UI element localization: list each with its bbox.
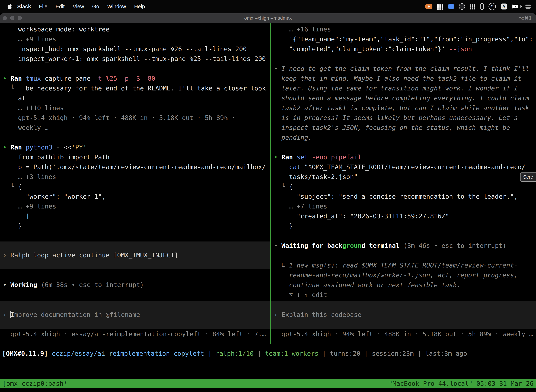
prompt-band[interactable]: › Explain this codebase (271, 301, 536, 329)
text-segment: gpt-5.4 xhigh · essay/ai-reimplementatio… (3, 330, 266, 338)
battery-percentage-icon[interactable]: 61 (488, 3, 496, 10)
menu-window[interactable]: Window (103, 4, 130, 9)
menu-view[interactable]: View (69, 4, 88, 9)
text-segment: › (3, 252, 10, 259)
text-segment: • (274, 242, 278, 249)
text-segment: Ran (281, 154, 293, 161)
text-segment (278, 242, 282, 249)
terminal-line: weekly … (3, 123, 270, 133)
terminal-line (274, 251, 536, 261)
text-segment: I need to get the claim token from the c… (281, 65, 529, 72)
left-pane[interactable]: workspace_mode: worktree … +9 lines insp… (0, 23, 270, 344)
text-segment: • (3, 144, 7, 151)
terminal-line: • Ran set -euo pipefail (274, 152, 536, 162)
terminal-line: • I need to get the claim token from the… (274, 64, 536, 74)
terminal-line: at (3, 93, 270, 103)
tmux-host-clock: "MacBook-Pro-44.local" 05:03 31-Mar-26 (389, 380, 534, 387)
text-segment: '{"team_name":"my-team","task_id":"1","f… (274, 36, 533, 43)
terminal-line: '{"team_name":"my-team","task_id":"1","f… (274, 34, 536, 44)
right-pane[interactable]: … +16 lines '{"team_name":"my-team","tas… (271, 23, 536, 344)
terminal-line: continue assigned work or next feasible … (274, 280, 536, 290)
terminal-line: ⌥ + ↑ edit (274, 290, 536, 300)
text-segment: } (274, 222, 293, 229)
text-segment: - << (53, 144, 72, 151)
text-segment: last:3m ago (425, 350, 467, 357)
terminal-line: should send a message before completing … (274, 93, 536, 103)
text-segment: pending. (274, 134, 312, 141)
text-segment: { (18, 183, 22, 190)
terminal-line: ↳ 1 new msg(s): read $OMX_TEAM_STATE_ROO… (274, 261, 536, 270)
browser-icon[interactable] (459, 3, 465, 10)
battery-icon[interactable] (512, 4, 521, 9)
text-segment (7, 281, 10, 288)
charging-bolt-icon (515, 5, 517, 8)
terminal-line: • Waiting for background terminal (3m 46… (274, 241, 536, 251)
text-segment: at (3, 94, 26, 102)
text-segment: | (318, 350, 330, 357)
stats-icon[interactable] (480, 3, 483, 10)
terminal-line: "completed","claim_token":"claim-token"}… (274, 44, 536, 54)
menu-edit[interactable]: Edit (52, 4, 69, 9)
terminal-line: … +110 lines (3, 103, 270, 113)
menu-help[interactable]: Help (130, 4, 149, 9)
text-segment: Working (10, 281, 37, 288)
screen: Slack FileEditViewGoWindowHelp 61 A omx (0, 0, 536, 392)
terminal-line: cat "$OMX_TEAM_STATE_ROOT/team/review-cu… (274, 162, 536, 172)
dots-grid-icon[interactable] (470, 5, 475, 9)
control-center-icon[interactable] (526, 5, 531, 9)
terminal-line: later. Using the same for transition mig… (274, 84, 536, 93)
input-source-icon[interactable]: A (501, 4, 507, 9)
spacer (3, 290, 270, 301)
app-menu-slack[interactable]: Slack (13, 4, 35, 9)
terminal-line: inspect_hud: omx sparkshell --tmux-pane … (3, 44, 270, 54)
text-segment: keep that in mind. Maybe I also need the… (274, 75, 522, 82)
text-segment (22, 144, 26, 151)
text-segment: … +9 lines (3, 36, 56, 43)
spacer (3, 231, 270, 242)
text-segment: should send a message before completing … (274, 94, 529, 102)
tmux-panes: workspace_mode: worktree … +9 lines insp… (0, 23, 536, 344)
text-segment: --json (449, 45, 472, 52)
tmux-status-bar: [omx-cczip0:bash* "MacBook-Pro-44.local"… (0, 379, 536, 388)
screen-popover[interactable]: Scre (520, 173, 536, 182)
text-segment: mprove documentation in @filename (14, 311, 140, 318)
text-segment: p = Path('.omx/state/team/review-current… (3, 163, 266, 171)
text-segment (22, 75, 26, 82)
terminal-line: task2 after task1 is complete, but can I… (274, 103, 536, 113)
text-segment: └ (3, 183, 18, 190)
text-segment: inspect_worker-1: omx sparkshell --tmux-… (3, 55, 266, 62)
spacer (274, 300, 536, 301)
raycast-icon[interactable] (448, 4, 454, 9)
terminal-line: … +7 lines (274, 201, 536, 211)
grid-icon[interactable] (437, 4, 443, 9)
text-segment: | (254, 350, 265, 357)
text-segment: └ (274, 183, 289, 190)
text-segment: from pathlib import Path (3, 154, 110, 161)
terminal-line: p = Path('.omx/state/team/review-current… (3, 162, 270, 172)
text-segment: … +16 lines (274, 26, 331, 33)
text-segment: Ran (10, 144, 22, 151)
text-segment: workspace_mode: worktree (3, 26, 110, 33)
terminal-line: tasks/task-2.json" (274, 172, 536, 182)
terminal-line: • Working (6m 38s • esc to interrupt) (3, 280, 270, 290)
terminal-line: } (274, 221, 536, 231)
text-segment: Explain this codebase (281, 311, 361, 318)
text-segment: (3m 46s • esc to interrupt) (403, 242, 506, 249)
terminal-line (3, 133, 270, 142)
menu-go[interactable]: Go (88, 4, 103, 9)
text-segment: python3 (26, 144, 53, 151)
prompt-band[interactable]: › Improve documentation in @filename (0, 301, 270, 329)
screen-recording-indicator[interactable] (425, 4, 432, 9)
text-segment (400, 242, 403, 249)
prompt-band[interactable]: › Ralph loop active continue [OMX_TMUX_I… (0, 242, 270, 269)
apple-menu[interactable] (7, 4, 12, 9)
text-segment: tasks/task-2.json" (274, 173, 358, 180)
terminal-line: └ { (274, 182, 536, 191)
menu-file[interactable]: File (35, 4, 51, 9)
window-title-bar[interactable]: omx --xhigh --madmax ⌥⌘1 (0, 13, 536, 23)
text-segment: › (274, 311, 281, 318)
text-segment: … +3 lines (3, 173, 56, 180)
text-segment: (6m 38s • esc to interrupt) (41, 281, 144, 288)
text-segment: } (3, 222, 22, 229)
terminal-line: readme-and-reco/mailbox/worker-1.json, a… (274, 270, 536, 280)
